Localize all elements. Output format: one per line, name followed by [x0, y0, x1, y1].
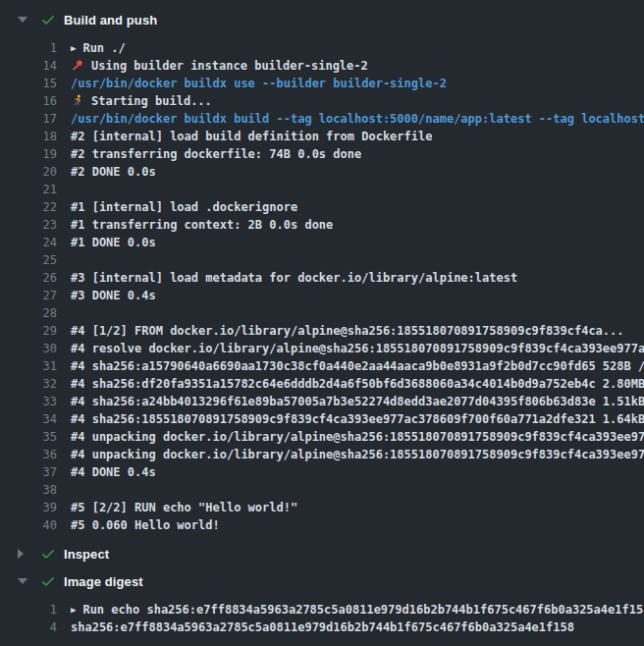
log-line-text: sha256:e7ff8834a5963a2785c5a0811e979d16b… [57, 619, 574, 636]
log-line-text-content: sha256:e7ff8834a5963a2785c5a0811e979d16b… [71, 620, 574, 634]
log-line: 4sha256:e7ff8834a5963a2785c5a0811e979d16… [0, 619, 644, 636]
log-line-number[interactable]: 23 [0, 216, 57, 234]
log-line: 19#2 transferring dockerfile: 74B 0.0s d… [0, 145, 644, 163]
section-lines-build-and-push: 1▶Run ./14Using builder instance builder… [0, 39, 644, 534]
log-line-text: #3 DONE 0.4s [57, 287, 156, 304]
log-line-text-content: #5 0.060 Hello world! [71, 518, 220, 532]
log-line-text: #4 sha256:df20fa9351a15782c64e6dddb2d4a6… [57, 375, 644, 393]
log-line-text-content: #4 sha256:a15790640a6690aa1730c38cf0a440… [71, 359, 644, 373]
log-line-number[interactable]: 35 [0, 428, 57, 446]
log-line-text: #4 sha256:a24bb4013296f61e89ba57005a7b3e… [57, 393, 644, 410]
log-group-expander-icon[interactable]: ▶ [71, 601, 76, 619]
log-line: 25 [0, 251, 644, 269]
log-line-number[interactable]: 39 [0, 499, 57, 516]
log-line-number[interactable]: 31 [0, 357, 57, 375]
section-title: Image digest [64, 574, 143, 589]
log-line: 30#4 resolve docker.io/library/alpine@sh… [0, 340, 644, 357]
section-header-build-and-push[interactable]: Build and push [0, 6, 644, 33]
section-header-inspect[interactable]: Inspect [0, 540, 644, 567]
log-line: 36#4 unpacking docker.io/library/alpine@… [0, 446, 644, 463]
log-line: 27#3 DONE 0.4s [0, 287, 644, 304]
log-group-expander-icon[interactable]: ▶ [71, 39, 76, 57]
log-line-number[interactable]: 1 [0, 601, 57, 619]
log-line-text-content: #3 [internal] load metadata for docker.i… [71, 271, 517, 285]
log-line-number[interactable]: 14 [0, 57, 57, 75]
log-line-text: #2 transferring dockerfile: 74B 0.0s don… [57, 145, 361, 163]
log-line-text: #5 [2/2] RUN echo "Hello world!" [57, 499, 297, 516]
log-line: 38 [0, 481, 644, 499]
log-line: 32#4 sha256:df20fa9351a15782c64e6dddb2d4… [0, 375, 644, 393]
section-title: Inspect [64, 547, 109, 562]
log-line: 35#4 unpacking docker.io/library/alpine@… [0, 428, 644, 446]
log-line-text: #4 unpacking docker.io/library/alpine@sh… [57, 446, 644, 463]
log-line: 39#5 [2/2] RUN echo "Hello world!" [0, 499, 644, 516]
log-line: 14Using builder instance builder-single-… [0, 57, 644, 75]
log-line: 28 [0, 304, 644, 322]
log-line-number[interactable]: 24 [0, 234, 57, 251]
log-line-text: #4 resolve docker.io/library/alpine@sha2… [57, 340, 644, 357]
log-line-text: #3 [internal] load metadata for docker.i… [57, 269, 517, 287]
log-line-number[interactable]: 36 [0, 446, 57, 463]
log-line-text-content: #4 resolve docker.io/library/alpine@sha2… [71, 342, 644, 355]
log-line-number[interactable]: 40 [0, 516, 57, 534]
log-section-image-digest: Image digest1▶Run echo sha256:e7ff8834a5… [0, 567, 644, 636]
chevron-right-icon[interactable] [18, 549, 24, 559]
log-line: 40#5 0.060 Hello world! [0, 516, 644, 534]
log-line-text: ▶Run echo sha256:e7ff8834a5963a2785c5a08… [57, 601, 644, 619]
log-line-text: #2 DONE 0.0s [57, 163, 156, 181]
section-header-image-digest[interactable]: Image digest [0, 567, 644, 595]
log-line-number[interactable]: 16 [0, 92, 57, 110]
chevron-down-icon[interactable] [18, 17, 27, 23]
log-line-text: #4 sha256:185518070891758909c9f839cf4ca3… [57, 410, 644, 428]
log-line-text [57, 181, 71, 198]
log-line: 23#1 transferring context: 2B 0.0s done [0, 216, 644, 234]
log-line-number[interactable]: 26 [0, 269, 57, 287]
log-line: 29#4 [1/2] FROM docker.io/library/alpine… [0, 322, 644, 340]
log-group-line[interactable]: 1▶Run echo sha256:e7ff8834a5963a2785c5a0… [0, 601, 644, 619]
log-line-number[interactable]: 1 [0, 39, 57, 57]
log-line-number[interactable]: 33 [0, 393, 57, 410]
log-line-text-content: #4 sha256:185518070891758909c9f839cf4ca3… [71, 412, 644, 426]
log-line-number[interactable]: 37 [0, 463, 57, 481]
log-line: 20#2 DONE 0.0s [0, 163, 644, 181]
log-line-text-content: #4 sha256:df20fa9351a15782c64e6dddb2d4a6… [71, 377, 644, 391]
chevron-down-icon[interactable] [18, 578, 27, 584]
log-line-text-content: #4 unpacking docker.io/library/alpine@sh… [71, 448, 644, 461]
log-line: 24#1 DONE 0.0s [0, 234, 644, 251]
log-line-number[interactable]: 28 [0, 304, 57, 322]
log-line-number[interactable]: 17 [0, 110, 57, 128]
log-line-text-content: #1 transferring context: 2B 0.0s done [71, 218, 333, 232]
log-line-text: #1 DONE 0.0s [57, 234, 156, 251]
log-line-text: #1 transferring context: 2B 0.0s done [57, 216, 333, 234]
check-icon [40, 12, 56, 27]
log-group-line[interactable]: 1▶Run ./ [0, 39, 644, 57]
log-line: 16Starting build... [0, 92, 644, 110]
log-line-text: #5 0.060 Hello world! [57, 516, 220, 534]
log-line-text-content: /usr/bin/docker buildx build --tag local… [71, 112, 644, 126]
log-line-text: /usr/bin/docker buildx build --tag local… [57, 110, 644, 128]
log-line-number[interactable]: 18 [0, 128, 57, 145]
log-line: 21 [0, 181, 644, 198]
log-line-number[interactable]: 25 [0, 251, 57, 269]
log-line-number[interactable]: 30 [0, 340, 57, 357]
log-line-number[interactable]: 21 [0, 181, 57, 198]
pushpin-icon [71, 59, 84, 72]
log-line-text-content: #4 unpacking docker.io/library/alpine@sh… [71, 430, 644, 444]
log-line: 22#1 [internal] load .dockerignore [0, 198, 644, 216]
log-line-text [57, 481, 71, 499]
check-icon [40, 573, 56, 589]
log-line-text-content: #1 [internal] load .dockerignore [71, 200, 297, 214]
log-line-number[interactable]: 32 [0, 375, 57, 393]
log-line-number[interactable]: 34 [0, 410, 57, 428]
log-line-number[interactable]: 19 [0, 145, 57, 163]
log-line-number[interactable]: 15 [0, 75, 57, 92]
log-line-text: Starting build... [57, 92, 212, 110]
log-line-number[interactable]: 29 [0, 322, 57, 340]
log-line-number[interactable]: 22 [0, 198, 57, 216]
log-line-number[interactable]: 20 [0, 163, 57, 181]
log-line-text [57, 251, 71, 269]
log-line-number[interactable]: 4 [0, 619, 57, 636]
log-line-number[interactable]: 38 [0, 481, 57, 499]
log-line-number[interactable]: 27 [0, 287, 57, 304]
log-line-text-content: #5 [2/2] RUN echo "Hello world!" [71, 501, 297, 514]
